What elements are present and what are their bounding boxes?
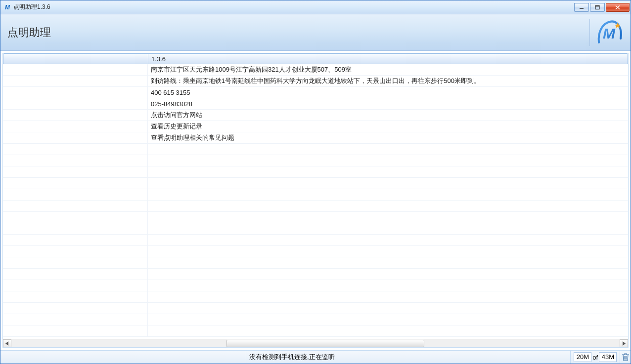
row-label bbox=[3, 87, 148, 98]
row-label bbox=[3, 54, 148, 64]
table-row bbox=[3, 189, 628, 201]
row-value bbox=[148, 257, 628, 268]
row-label bbox=[3, 144, 148, 155]
table-row[interactable]: 南京市江宁区天元东路1009号江宁高新园321人才创业大厦507、509室 bbox=[3, 64, 628, 76]
row-value bbox=[148, 166, 628, 177]
statusbar: 没有检测到手机连接,正在监听 20M of 43M bbox=[0, 350, 631, 364]
table-row bbox=[3, 201, 628, 212]
memory-indicator: 20M of 43M bbox=[570, 351, 620, 364]
table-row[interactable]: 1.3.6 bbox=[3, 53, 628, 64]
row-value bbox=[148, 325, 628, 336]
table-row bbox=[3, 280, 628, 291]
window-controls bbox=[573, 3, 630, 12]
memory-used: 20M bbox=[574, 352, 591, 362]
row-value bbox=[148, 314, 628, 325]
row-value bbox=[148, 235, 628, 245]
row-label bbox=[3, 155, 148, 166]
svg-marker-8 bbox=[623, 341, 626, 346]
svg-marker-7 bbox=[5, 341, 8, 346]
row-label bbox=[3, 246, 148, 257]
table-row[interactable]: 到访路线：乘坐南京地铁1号南延线往中国药科大学方向龙眠大道地铁站下，天景山出口出… bbox=[3, 76, 628, 87]
table-body: 1.3.6南京市江宁区天元东路1009号江宁高新园321人才创业大厦507、50… bbox=[3, 53, 628, 339]
row-label bbox=[3, 76, 148, 86]
table-row[interactable]: 点击访问官方网站 bbox=[3, 110, 628, 121]
row-label bbox=[3, 98, 148, 109]
table-row bbox=[3, 291, 628, 303]
window-title: 点明助理1.3.6 bbox=[13, 3, 573, 11]
status-message: 没有检测到手机连接,正在监听 bbox=[246, 351, 570, 364]
table-row[interactable]: 查看点明助理相关的常见问题 bbox=[3, 132, 628, 144]
status-left bbox=[0, 351, 246, 364]
table-row[interactable]: 025-84983028 bbox=[3, 98, 628, 110]
minimize-icon bbox=[579, 5, 585, 10]
row-label bbox=[3, 303, 148, 314]
row-value: 点击访问官方网站 bbox=[148, 110, 628, 121]
header: 点明助理 M bbox=[0, 14, 631, 51]
scroll-right-arrow[interactable] bbox=[620, 339, 628, 348]
row-label bbox=[3, 212, 148, 223]
table-row[interactable]: 400 615 3155 bbox=[3, 87, 628, 98]
row-value bbox=[148, 212, 628, 223]
row-label bbox=[3, 201, 148, 211]
row-value: 到访路线：乘坐南京地铁1号南延线往中国药科大学方向龙眠大道地铁站下，天景山出口出… bbox=[148, 76, 628, 86]
page-title: 点明助理 bbox=[7, 25, 589, 40]
trash-icon bbox=[622, 353, 629, 361]
row-label bbox=[3, 166, 148, 177]
arrow-left-icon bbox=[5, 341, 9, 346]
row-label bbox=[3, 223, 148, 234]
arrow-right-icon bbox=[622, 341, 626, 346]
row-value: 查看点明助理相关的常见问题 bbox=[148, 132, 628, 143]
maximize-icon bbox=[594, 5, 600, 10]
table-row[interactable]: 查看历史更新记录 bbox=[3, 121, 628, 132]
row-label bbox=[3, 121, 148, 132]
table-row bbox=[3, 212, 628, 223]
row-label bbox=[3, 269, 148, 280]
memory-of-label: of bbox=[592, 354, 598, 361]
table-row bbox=[3, 223, 628, 235]
header-divider bbox=[589, 19, 590, 46]
main-content: 1.3.6南京市江宁区天元东路1009号江宁高新园321人才创业大厦507、50… bbox=[0, 51, 631, 350]
row-label bbox=[3, 280, 148, 291]
table-row bbox=[3, 257, 628, 269]
gc-button[interactable] bbox=[620, 351, 631, 364]
horizontal-scrollbar[interactable] bbox=[3, 339, 628, 347]
scrollbar-thumb[interactable] bbox=[226, 340, 424, 347]
row-value bbox=[148, 223, 628, 234]
row-label bbox=[3, 189, 148, 200]
row-label bbox=[3, 291, 148, 302]
scroll-left-arrow[interactable] bbox=[3, 339, 11, 348]
table-row bbox=[3, 235, 628, 246]
row-value bbox=[148, 269, 628, 280]
minimize-button[interactable] bbox=[574, 3, 589, 12]
row-value bbox=[148, 178, 628, 189]
row-value bbox=[148, 189, 628, 200]
row-label bbox=[3, 110, 148, 121]
row-value: 1.3.6 bbox=[148, 54, 628, 64]
row-value bbox=[148, 144, 628, 155]
row-label bbox=[3, 132, 148, 143]
table-row bbox=[3, 325, 628, 337]
row-value: 查看历史更新记录 bbox=[148, 121, 628, 132]
close-button[interactable] bbox=[606, 3, 630, 12]
app-icon: M bbox=[3, 3, 11, 11]
scrollbar-track[interactable] bbox=[11, 339, 620, 348]
table-row bbox=[3, 144, 628, 155]
memory-total: 43M bbox=[599, 352, 617, 362]
row-value bbox=[148, 155, 628, 166]
row-value bbox=[148, 303, 628, 314]
row-value bbox=[148, 280, 628, 291]
table-row bbox=[3, 269, 628, 280]
row-label bbox=[3, 314, 148, 325]
maximize-button[interactable] bbox=[590, 3, 605, 12]
titlebar: M 点明助理1.3.6 bbox=[0, 0, 631, 14]
row-value bbox=[148, 291, 628, 302]
row-label bbox=[3, 325, 148, 336]
app-logo: M bbox=[596, 19, 624, 46]
table-row bbox=[3, 303, 628, 314]
table-row bbox=[3, 166, 628, 178]
table-row bbox=[3, 155, 628, 166]
row-label bbox=[3, 178, 148, 189]
row-label bbox=[3, 64, 148, 75]
svg-text:M: M bbox=[603, 25, 616, 41]
table-row bbox=[3, 178, 628, 189]
